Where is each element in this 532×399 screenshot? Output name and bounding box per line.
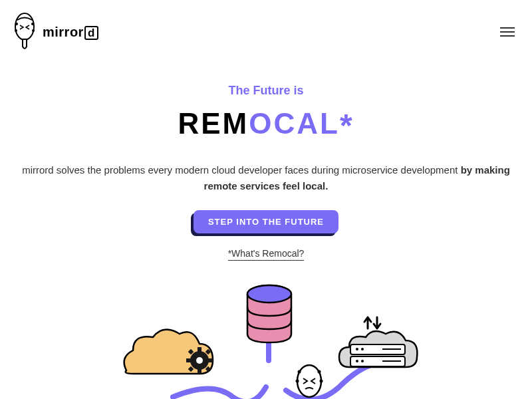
cta-wrapper: STEP INTO THE FUTURE [194,210,338,233]
hero-eyebrow: The Future is [13,84,519,98]
site-header: mirrord [0,0,532,64]
hero-headline: REMOCAL* [13,107,519,144]
svg-rect-6 [198,347,201,352]
svg-point-29 [320,380,323,383]
svg-rect-7 [198,368,201,374]
svg-point-14 [196,357,203,364]
headline-asterisk: * [340,108,354,143]
svg-point-1 [15,23,18,25]
database-icon [247,285,291,342]
hero-illustration [113,281,419,399]
svg-point-4 [32,29,35,32]
svg-point-27 [318,370,321,374]
subtitle-plain: mirrord solves the problems every modern… [22,164,460,176]
svg-point-25 [297,365,321,397]
brand-name: mirror [43,25,84,39]
svg-point-20 [361,348,364,350]
svg-point-26 [298,370,301,374]
server-cloud-icon [339,317,417,367]
logo-text: mirrord [43,25,98,40]
brand-suffix: d [84,26,98,40]
hero-section: The Future is REMOCAL* mirrord solves th… [0,64,532,399]
svg-point-23 [361,360,364,362]
svg-point-28 [296,380,299,383]
whats-remocal-link[interactable]: *What's Remocal? [228,248,305,261]
headline-part-ocal: OCAL [249,107,340,140]
hero-subtitle: mirrord solves the problems every modern… [20,162,512,194]
mirror-logo-icon [13,12,36,52]
mirror-character-icon [296,365,323,397]
headline-part-rem: REM [178,107,249,140]
step-into-future-button[interactable]: STEP INTO THE FUTURE [194,210,338,233]
hamburger-menu-icon[interactable] [496,23,519,41]
svg-point-22 [356,360,358,362]
svg-point-3 [15,29,17,32]
svg-point-2 [31,23,34,25]
svg-rect-8 [186,358,192,362]
svg-rect-9 [207,358,213,362]
svg-point-19 [356,348,358,350]
svg-point-16 [247,285,291,303]
logo[interactable]: mirrord [13,12,98,52]
gear-icon [186,347,213,374]
